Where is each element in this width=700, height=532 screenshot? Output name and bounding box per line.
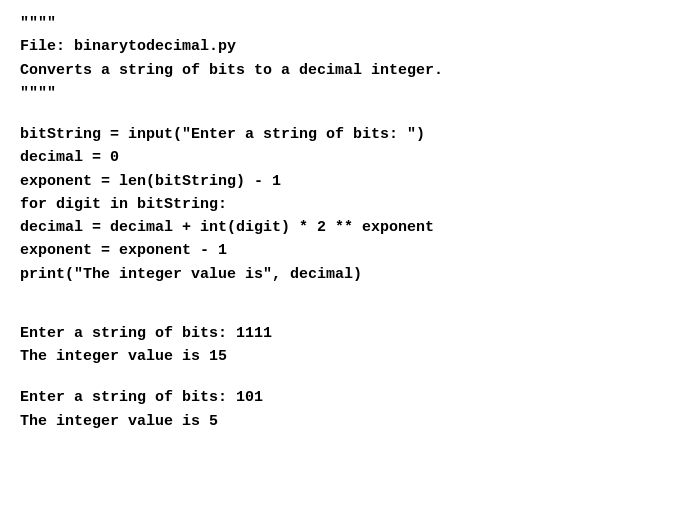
output-input-2: Enter a string of bits: 101: [20, 386, 680, 409]
code-line-6: print("The integer value is", decimal): [20, 263, 680, 286]
file-line: File: binarytodecimal.py: [20, 35, 680, 58]
gap4: [20, 368, 680, 386]
code-line-1: decimal = 0: [20, 146, 680, 169]
code-line-3: for digit in bitString:: [20, 193, 680, 216]
gap2: [20, 286, 680, 304]
code-line-0: bitString = input("Enter a string of bit…: [20, 123, 680, 146]
output-input-1: Enter a string of bits: 1111: [20, 322, 680, 345]
docstring-open: """": [20, 12, 680, 35]
code-line-4: decimal = decimal + int(digit) * 2 ** ex…: [20, 216, 680, 239]
code-line-5: exponent = exponent - 1: [20, 239, 680, 262]
docstring-close: """": [20, 82, 680, 105]
code-line-2: exponent = len(bitString) - 1: [20, 170, 680, 193]
gap3: [20, 304, 680, 322]
description-line: Converts a string of bits to a decimal i…: [20, 59, 680, 82]
code-container: """" File: binarytodecimal.py Converts a…: [0, 0, 700, 445]
gap1: [20, 105, 680, 123]
output-result-2: The integer value is 5: [20, 410, 680, 433]
output-result-1: The integer value is 15: [20, 345, 680, 368]
